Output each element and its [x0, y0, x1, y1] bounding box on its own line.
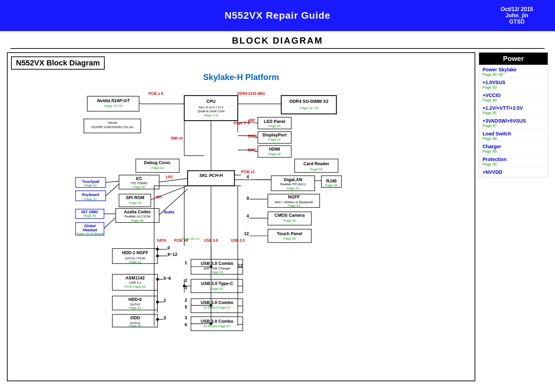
svg-text:3: 3 — [185, 315, 187, 320]
power-item-1vsus: +1.0VSUS Page 83 — [479, 78, 548, 90]
power-item-protection-name: Protection — [483, 157, 544, 162]
svg-text:Page 40: Page 40 — [129, 324, 141, 328]
svg-text:4: 4 — [246, 214, 249, 219]
header-date: Oct/12/ 2015 — [489, 6, 545, 12]
svg-text:VRAM: VRAM — [107, 121, 117, 125]
svg-text:USB 3.0 Type-C: USB 3.0 Type-C — [201, 281, 233, 286]
svg-text:Page 3~6: Page 3~6 — [234, 121, 250, 125]
svg-text:ASM1142: ASM1142 — [125, 276, 145, 280]
svg-text:Azalia: Azalia — [163, 210, 174, 214]
power-item-nvvdd: +NVVDD — [479, 167, 548, 177]
svg-text:HDD-0: HDD-0 — [129, 297, 142, 302]
svg-text:PCIE x 8: PCIE x 8 — [148, 91, 163, 96]
power-item-3vadsw-name: +3VADSW/+5VSUS — [483, 118, 544, 124]
svg-text:Quad & Dual Core: Quad & Dual Core — [197, 109, 225, 113]
svg-text:IO Board    Page 67: IO Board Page 67 — [204, 305, 231, 309]
svg-text:SPI ROM: SPI ROM — [126, 195, 144, 200]
power-item-vccio: +VCCIO Page 84 — [479, 90, 548, 103]
svg-text:Page 41: Page 41 — [268, 137, 281, 141]
power-item-loadswitch-name: Load Switch — [483, 131, 544, 136]
svg-text:Global: Global — [84, 224, 96, 228]
power-item-protection: Protection Page 90 — [479, 154, 548, 167]
svg-text:0: 0 — [167, 246, 170, 250]
svg-text:NGFF: NGFF — [288, 195, 300, 199]
page-title-section: BLOCK DIAGRAM — [10, 31, 545, 49]
page-title: BLOCK DIAGRAM — [10, 35, 545, 46]
svg-text:HDD-1 NGFF: HDD-1 NGFF — [122, 250, 148, 255]
power-item-loadswitch: Load Switch Page 88 — [479, 129, 548, 142]
svg-text:9: 9 — [246, 196, 249, 201]
svg-text:eDP: eDP — [248, 118, 255, 122]
svg-text:3: 3 — [164, 315, 166, 320]
svg-line-67 — [106, 184, 119, 196]
svg-text:GDDR5 2GB/SDDR3 2G,4G: GDDR5 2GB/SDDR3 2G,4G — [91, 125, 133, 129]
svg-text:Nvidia N16P-GT: Nvidia N16P-GT — [97, 98, 130, 103]
svg-text:USB 3.0 Combo: USB 3.0 Combo — [201, 319, 233, 324]
svg-text:Headset: Headset — [83, 228, 97, 232]
svg-text:Page 33: Page 33 — [287, 186, 299, 190]
svg-text:12: 12 — [244, 231, 249, 236]
svg-text:SATA3: SATA3 — [130, 302, 140, 306]
svg-text:Page 52: Page 52 — [211, 270, 223, 274]
svg-text:ODD: ODD — [130, 315, 140, 320]
svg-text:Page 53: Page 53 — [288, 204, 300, 207]
svg-text:Page 29: Page 29 — [129, 201, 141, 205]
power-item-skylake-page: Page 80~82 — [483, 72, 544, 77]
svg-text:Azalia Codec: Azalia Codec — [124, 210, 151, 214]
svg-text:DDR4 2133 MHz: DDR4 2133 MHz — [237, 91, 265, 96]
power-item-3vadsw: +3VADSW/+5VSUS Page 87 — [479, 116, 548, 129]
svg-text:LPC: LPC — [166, 175, 173, 179]
svg-text:SATA3 / PCIE: SATA3 / PCIE — [125, 256, 146, 260]
svg-text:Page 3~6: Page 3~6 — [204, 113, 218, 117]
svg-text:CPU: CPU — [206, 99, 215, 104]
svg-text:Page 20~27: Page 20~27 — [182, 237, 200, 241]
svg-line-105 — [104, 217, 116, 229]
power-item-charger-page: Page 89 — [483, 149, 544, 153]
svg-text:SPI: SPI — [156, 195, 162, 199]
svg-text:Card Reader: Card Reader — [303, 161, 329, 166]
svg-line-66 — [106, 181, 119, 182]
bd-title: N552VX Block Diagram — [11, 56, 105, 70]
power-item-skylake-name: Power Skylake — [483, 67, 544, 72]
svg-text:PCIE   Page 54: PCIE Page 54 — [124, 285, 146, 288]
svg-text:RJ45: RJ45 — [326, 179, 337, 184]
svg-text:Page 31: Page 31 — [84, 183, 97, 187]
power-panel-header: Power — [479, 53, 548, 65]
svg-text:ITE IT8995: ITE IT8995 — [131, 181, 147, 185]
svg-text:Page 31: Page 31 — [84, 197, 97, 201]
svg-text:DMI x4: DMI x4 — [171, 136, 183, 140]
svg-text:Page 38 IO Board: Page 38 IO Board — [77, 232, 103, 235]
svg-text:LED Panel: LED Panel — [264, 119, 285, 124]
header-author: John_jin — [489, 12, 545, 19]
svg-text:USB 3.0 Combo: USB 3.0 Combo — [201, 261, 233, 266]
power-item-12v-name: +1.2V/+VTT/+2.5V — [483, 105, 544, 111]
power-item-1vsus-name: +1.0VSUS — [483, 80, 544, 85]
diagram-svg: .box { fill: white; stroke: black; strok… — [11, 86, 471, 369]
svg-text:Page 45: Page 45 — [84, 214, 96, 217]
power-item-skylake: Power Skylake Page 80~82 — [479, 65, 548, 78]
power-panel: Power Power Skylake Page 80~82 +1.0VSUS … — [479, 52, 548, 177]
svg-text:Page 44: Page 44 — [151, 166, 164, 170]
svg-text:Page 46: Page 46 — [283, 237, 296, 240]
svg-text:9~12: 9~12 — [167, 252, 177, 257]
svg-text:Page 51: Page 51 — [129, 260, 141, 264]
svg-text:Touchpad: Touchpad — [82, 179, 99, 184]
svg-text:INT. DMIC: INT. DMIC — [81, 210, 99, 214]
svg-text:1: 1 — [185, 260, 187, 265]
power-item-1vsus-page: Page 83 — [483, 85, 544, 89]
svg-text:SATA: SATA — [157, 238, 166, 242]
svg-text:12: 12 — [238, 263, 243, 268]
svg-line-62 — [159, 178, 188, 182]
svg-text:Debug Conn.: Debug Conn. — [144, 160, 171, 165]
svg-text:EC: EC — [136, 176, 142, 181]
header-title: N552VX Repair Guide — [66, 10, 489, 21]
svg-text:Realtek ALC3236: Realtek ALC3236 — [124, 214, 150, 218]
svg-text:Page 70~79: Page 70~79 — [104, 104, 122, 108]
svg-text:Page 51: Page 51 — [129, 306, 141, 310]
svg-text:5~6: 5~6 — [164, 276, 171, 281]
svg-text:Page 30: Page 30 — [133, 185, 145, 189]
svg-text:4: 4 — [246, 175, 249, 179]
svg-text:5: 5 — [185, 305, 187, 310]
power-item-12v-page: Page 85 — [483, 111, 544, 115]
svg-text:PCIE x1: PCIE x1 — [241, 170, 255, 174]
